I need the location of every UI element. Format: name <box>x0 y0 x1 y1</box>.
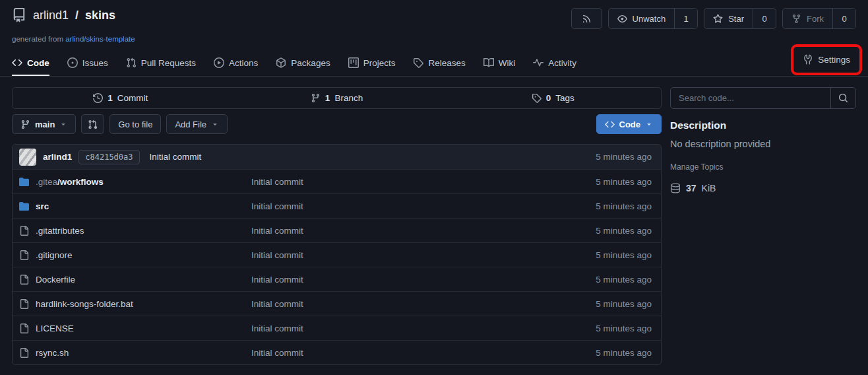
file-icon <box>19 226 29 236</box>
repo-nav: CodeIssuesPull RequestsActionsPackagesPr… <box>0 43 868 77</box>
commits-stat[interactable]: 1Commit <box>13 93 229 103</box>
avatar[interactable] <box>19 149 36 166</box>
repo-owner-link[interactable]: arlind1 <box>33 9 69 22</box>
fork-button-count[interactable]: 0 <box>832 9 855 28</box>
fork-button[interactable]: Fork0 <box>782 8 856 29</box>
search-input[interactable] <box>671 88 830 108</box>
compare-button[interactable] <box>81 114 104 134</box>
tab-wiki[interactable]: Wiki <box>483 57 516 76</box>
generated-from: generated from arlind/skins-template <box>12 35 856 43</box>
table-row[interactable]: rsync.shInitial commit5 minutes ago <box>13 340 661 364</box>
code-search-box <box>670 87 856 109</box>
star-button-main[interactable]: Star <box>704 9 753 28</box>
branch-name: main <box>35 119 55 129</box>
unwatch-button[interactable]: Unwatch1 <box>608 8 698 29</box>
repo-main-column: 1Commit1Branch0Tags main Go to file Add … <box>12 87 662 365</box>
repo-size-value: 37 <box>686 183 697 193</box>
code-download-button[interactable]: Code <box>596 114 662 134</box>
search-button[interactable] <box>830 88 855 108</box>
branches-stat[interactable]: 1Branch <box>229 93 445 103</box>
file-name-link[interactable]: LICENSE <box>19 324 251 333</box>
database-icon <box>670 183 681 193</box>
tab-issues[interactable]: Issues <box>67 57 108 76</box>
repo-header: arlind1 / skins Unwatch1Star0Fork0 gener… <box>0 0 868 43</box>
file-commit-message-link[interactable]: Initial commit <box>251 299 559 309</box>
file-commit-message-link[interactable]: Initial commit <box>251 348 559 358</box>
chevron-down-icon <box>645 120 653 128</box>
tab-packages[interactable]: Packages <box>276 57 330 76</box>
tab-projects-label: Projects <box>363 58 396 68</box>
table-row[interactable]: LICENSEInitial commit5 minutes ago <box>13 316 661 340</box>
rss-button-main[interactable] <box>572 9 602 28</box>
table-row[interactable]: .gitea/workflowsInitial commit5 minutes … <box>13 169 661 193</box>
file-commit-time: 5 minutes ago <box>559 299 654 309</box>
file-name-link[interactable]: rsync.sh <box>19 348 251 358</box>
tab-settings[interactable]: Settings <box>818 55 850 65</box>
table-row[interactable]: .gitattributesInitial commit5 minutes ag… <box>13 218 661 242</box>
tab-projects[interactable]: Projects <box>348 57 396 76</box>
file-icon <box>19 324 29 333</box>
go-to-file-button[interactable]: Go to file <box>109 114 161 134</box>
commit-author-link[interactable]: arlind1 <box>43 152 72 162</box>
file-icon <box>19 348 29 358</box>
package-icon <box>276 57 286 68</box>
tab-pull-requests[interactable]: Pull Requests <box>126 57 196 76</box>
compare-icon <box>88 119 98 129</box>
repo-title: arlind1 / skins <box>12 8 115 22</box>
file-name: Dockerfile <box>36 275 75 285</box>
template-repo-link[interactable]: arlind/skins-template <box>65 35 135 43</box>
tab-code[interactable]: Code <box>12 57 49 76</box>
branch-icon <box>20 119 30 129</box>
tab-actions[interactable]: Actions <box>214 57 258 76</box>
branches-stat-label: Branch <box>334 93 363 103</box>
file-name-link[interactable]: hardlink-songs-folder.bat <box>19 299 251 309</box>
tab-wiki-label: Wiki <box>499 58 516 68</box>
file-name-link[interactable]: Dockerfile <box>19 275 251 285</box>
repo-page: arlind1 / skins Unwatch1Star0Fork0 gener… <box>0 0 868 375</box>
table-row[interactable]: hardlink-songs-folder.batInitial commit5… <box>13 291 661 316</box>
fork-button-main[interactable]: Fork <box>783 9 832 28</box>
file-name-link[interactable]: .gitignore <box>19 250 251 260</box>
add-file-button[interactable]: Add File <box>166 114 228 134</box>
file-commit-message-link[interactable]: Initial commit <box>251 324 559 333</box>
star-button[interactable]: Star0 <box>704 8 776 29</box>
manage-topics-link[interactable]: Manage Topics <box>670 162 856 172</box>
unwatch-button-count[interactable]: 1 <box>674 9 697 28</box>
file-commit-time: 5 minutes ago <box>559 275 654 285</box>
tab-packages-label: Packages <box>291 58 330 68</box>
file-name-link[interactable]: .gitea/workflows <box>19 177 251 187</box>
commit-message-link[interactable]: Initial commit <box>150 152 202 162</box>
file-commit-message-link[interactable]: Initial commit <box>251 226 559 236</box>
tab-activity-label: Activity <box>548 58 576 68</box>
file-commit-message-link[interactable]: Initial commit <box>251 250 559 260</box>
project-icon <box>348 57 359 68</box>
tab-issues-label: Issues <box>82 58 108 68</box>
folder-icon <box>19 201 29 211</box>
tags-stat[interactable]: 0Tags <box>445 93 661 103</box>
file-name: rsync.sh <box>36 348 69 358</box>
file-name-link[interactable]: src <box>19 201 251 211</box>
chevron-down-icon <box>211 120 219 128</box>
unwatch-button-main[interactable]: Unwatch <box>609 9 675 28</box>
table-row[interactable]: DockerfileInitial commit5 minutes ago <box>13 267 661 291</box>
file-icon <box>19 250 29 260</box>
branch-selector[interactable]: main <box>12 114 76 134</box>
table-row[interactable]: srcInitial commit5 minutes ago <box>13 193 661 218</box>
file-commit-time: 5 minutes ago <box>559 201 654 211</box>
tab-releases[interactable]: Releases <box>413 57 465 76</box>
file-commit-message-link[interactable]: Initial commit <box>251 201 559 211</box>
commit-hash-link[interactable]: c84215d0a3 <box>78 150 139 164</box>
file-commit-message-link[interactable]: Initial commit <box>251 275 559 285</box>
repo-name-link[interactable]: skins <box>85 9 115 22</box>
tab-releases-label: Releases <box>428 58 465 68</box>
pull-request-icon <box>126 57 137 68</box>
tab-activity[interactable]: Activity <box>533 57 576 76</box>
star-button-count[interactable]: 0 <box>753 9 776 28</box>
rss-button[interactable] <box>571 8 602 29</box>
file-name-link[interactable]: .gitattributes <box>19 226 251 236</box>
file-commit-message-link[interactable]: Initial commit <box>251 177 559 187</box>
tag-icon <box>413 57 423 68</box>
settings-annotation-box[interactable]: Settings <box>791 44 862 75</box>
table-row[interactable]: .gitignoreInitial commit5 minutes ago <box>13 242 661 267</box>
commits-stat-label: Commit <box>117 93 148 103</box>
